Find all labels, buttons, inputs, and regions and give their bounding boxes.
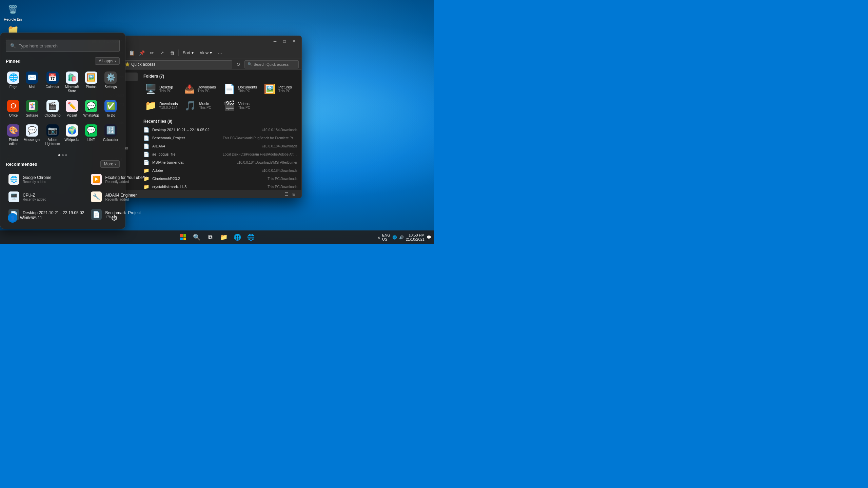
file-row-2[interactable]: 📄 Benchmark_Project This PC\Downloads\Pu… <box>142 134 299 142</box>
file-row-3[interactable]: 📄 AIDA64 \\10.0.0.184\Downloads <box>142 142 299 150</box>
pinned-app-store[interactable]: 🛍️ Microsoft Store <box>63 69 80 96</box>
folder-pictures[interactable]: 🖼️ Pictures This PC <box>261 81 299 97</box>
recycle-bin-label: Recycle Bin <box>3 18 23 22</box>
rename-button[interactable]: ✏ <box>147 48 157 58</box>
pinned-label: Pinned <box>6 59 20 64</box>
file-row-7[interactable]: 📁 CinebenchR23.2 This PC\Downloads <box>142 175 299 183</box>
svg-rect-2 <box>180 238 183 240</box>
file-path-1: \\10.0.0.184\Downloads <box>262 128 297 132</box>
network-icon[interactable]: 🌐 <box>392 235 397 240</box>
pinned-app-wikipedia[interactable]: 🌍 Wikipedia <box>63 122 80 149</box>
music-folder-name: Music <box>199 102 211 106</box>
search-button[interactable]: 🔍 <box>191 231 203 243</box>
search-box[interactable]: 🔍 Search Quick access <box>244 60 299 68</box>
user-profile-button[interactable]: 👤 Windows 11 <box>6 211 44 225</box>
more-button[interactable]: ··· <box>215 48 225 58</box>
page-dot-2 <box>62 154 64 156</box>
rec-item-aida64[interactable]: 🔧 AIDA64 Engineer Recently added <box>88 189 149 205</box>
refresh-button[interactable]: ↻ <box>234 60 242 68</box>
sort-button[interactable]: Sort ▾ <box>180 48 196 58</box>
photo-editor-app-label: Photo editor <box>7 138 20 146</box>
pinned-app-clipchamp[interactable]: 🎬 Clipchamp <box>43 97 62 120</box>
file-row-6[interactable]: 📁 Adobe \\10.0.0.184\Downloads <box>142 166 299 175</box>
pinned-app-todo[interactable]: ✅ To Do <box>102 97 120 120</box>
rec-item-chrome[interactable]: 🌐 Google Chrome Recently added <box>6 171 87 187</box>
pinned-app-whatsapp[interactable]: 💬 WhatsApp <box>82 97 100 120</box>
desktop-icon-recycle-bin[interactable]: 🗑️ Recycle Bin <box>3 3 23 22</box>
clipchamp-app-icon: 🎬 <box>46 100 59 112</box>
edge-taskbar-button[interactable]: 🌐 <box>231 231 243 243</box>
pinned-app-solitaire[interactable]: 🃏 Solitaire <box>22 97 42 120</box>
messenger-app-label: Messenger <box>24 138 40 142</box>
folder-desktop[interactable]: 🖥️ Desktop This PC <box>142 81 180 97</box>
downloads-folder-name: Downloads <box>197 85 216 89</box>
pinned-app-calculator[interactable]: 🔢 Calculator <box>102 122 120 149</box>
store-app-label: Microsoft Store <box>64 85 79 93</box>
more-arrow: › <box>115 162 116 166</box>
close-button[interactable]: ✕ <box>289 37 299 45</box>
address-bar[interactable]: ⭐ Quick access <box>122 60 232 68</box>
clock[interactable]: 10:50 PM 21/10/2021 <box>406 233 425 241</box>
recent-files-list: 📄 Desktop 2021.10.21 – 22.19.05.02 \\10.… <box>142 126 299 190</box>
power-button[interactable]: ⏻ <box>109 212 120 223</box>
file-path-2: This PC\Downloads\PugBench for Premiere … <box>223 136 297 140</box>
file-row-1[interactable]: 📄 Desktop 2021.10.21 – 22.19.05.02 \\10.… <box>142 126 299 134</box>
file-row-4[interactable]: 📄 ae_bogus_file Local Disk (C:)\Program … <box>142 150 299 158</box>
office-app-label: Office <box>9 114 18 118</box>
file-name-8: crystaldiskmark-11-3 <box>152 185 265 189</box>
more-button[interactable]: More › <box>100 160 120 168</box>
pinned-app-office[interactable]: O Office <box>6 97 21 120</box>
maximize-button[interactable]: □ <box>280 37 289 45</box>
pinned-app-line[interactable]: 💬 LINE <box>82 122 100 149</box>
pinned-app-lightroom[interactable]: 📷 Adobe Lightroom <box>43 122 62 149</box>
file-row-8[interactable]: 📁 crystaldiskmark-11-3 This PC\Downloads <box>142 183 299 190</box>
rec-item-cpuz[interactable]: 🖥️ CPU-Z Recently added <box>6 189 87 205</box>
paste-button[interactable]: 📌 <box>137 48 146 58</box>
file-explorer-taskbar-button[interactable]: 📁 <box>218 231 230 243</box>
user-name: Windows 11 <box>20 216 42 220</box>
videos-folder-icon: 🎬 <box>223 100 235 111</box>
chrome-taskbar-button[interactable]: 🌐 <box>245 231 257 243</box>
pinned-app-mail[interactable]: ✉️ Mail <box>22 69 42 96</box>
pinned-app-settings[interactable]: ⚙️ Settings <box>102 69 120 96</box>
search-icon: 🔍 <box>10 43 16 48</box>
videos-folder-info: Videos This PC <box>238 102 250 109</box>
pinned-app-messenger[interactable]: 💬 Messenger <box>22 122 42 149</box>
folder-downloads-net[interactable]: 📁 Downloads \\10.0.0.184 <box>142 98 180 113</box>
user-avatar: 👤 <box>8 213 17 223</box>
pinned-app-picsart[interactable]: ✏️ Picsart <box>63 97 80 120</box>
desktop: 🗑️ Recycle Bin 📁 SlideshowFoundation 🌐 M… <box>0 0 434 244</box>
file-path-4: Local Disk (C:)\Program Files\Adobe\Adob… <box>223 152 297 156</box>
folder-music[interactable]: 🎵 Music This PC <box>182 98 219 113</box>
rec-item-floating[interactable]: ▶️ Floating for YouTube™ Recently added <box>88 171 149 187</box>
file-name-1: Desktop 2021.10.21 – 22.19.05.02 <box>152 128 259 132</box>
pinned-app-photos[interactable]: 🖼️ Photos <box>82 69 100 96</box>
share-button[interactable]: ↗ <box>157 48 167 58</box>
minimize-button[interactable]: ─ <box>270 37 280 45</box>
grid-view-button[interactable]: ⊞ <box>291 191 297 197</box>
music-folder-sub: This PC <box>199 106 211 109</box>
start-button[interactable] <box>177 231 189 243</box>
folder-documents[interactable]: 📄 Documents This PC <box>221 81 260 97</box>
pinned-app-edge[interactable]: 🌐 Edge <box>6 69 21 96</box>
delete-button[interactable]: 🗑 <box>167 48 177 58</box>
pictures-folder-icon: 🖼️ <box>264 83 276 95</box>
folder-downloads[interactable]: 📥 Downloads This PC <box>182 81 219 97</box>
volume-icon[interactable]: 🔊 <box>399 235 404 240</box>
edge-app-icon: 🌐 <box>7 72 19 84</box>
system-tray-expand[interactable]: ∧ <box>378 236 380 239</box>
copy-button[interactable]: 📋 <box>127 48 136 58</box>
file-row-5[interactable]: 📄 MSIAfterburner.dat \\10.0.0.184\Downlo… <box>142 158 299 166</box>
task-view-button[interactable]: ⧉ <box>204 231 216 243</box>
view-button[interactable]: View ▾ <box>197 48 215 58</box>
notification-button[interactable]: 💬 <box>427 235 431 240</box>
wikipedia-app-icon: 🌍 <box>66 124 78 137</box>
pinned-app-calendar[interactable]: 📅 Calendar <box>43 69 62 96</box>
start-search-box[interactable]: 🔍 <box>6 40 120 52</box>
pinned-app-photo-editor[interactable]: 🎨 Photo editor <box>6 122 21 149</box>
folder-videos[interactable]: 🎬 Videos This PC <box>221 98 260 113</box>
all-apps-button[interactable]: All apps › <box>95 57 120 65</box>
file-name-7: CinebenchR23.2 <box>152 177 265 181</box>
list-view-button[interactable]: ☰ <box>283 191 290 197</box>
start-search-input[interactable] <box>19 43 115 48</box>
